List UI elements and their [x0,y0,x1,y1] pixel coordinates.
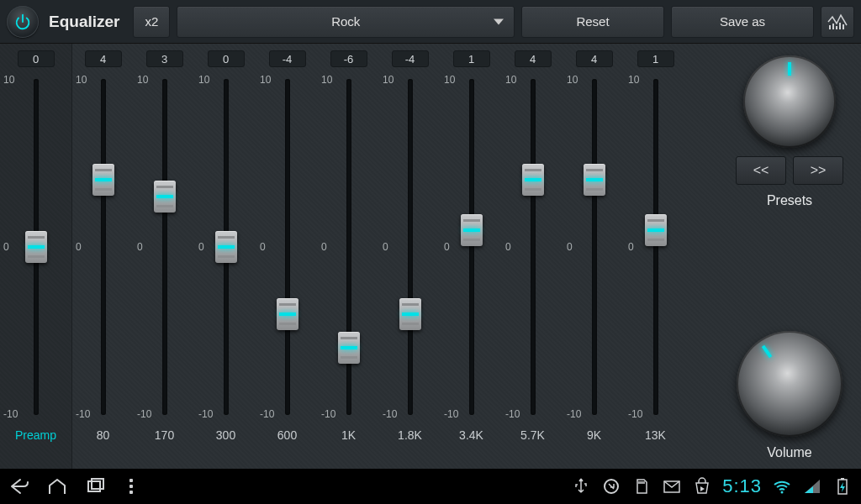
band-freq-label: 170 [155,428,174,442]
band-slider[interactable] [162,79,167,415]
band-freq-label: 3.4K [459,428,483,442]
band-thumb[interactable] [277,298,298,330]
right-panel: << >> Presets Volume [718,44,861,469]
band-thumb[interactable] [215,231,237,263]
band-column: 1100-103.4K [441,44,502,469]
band-thumb[interactable] [584,164,605,196]
scale-min: -10 [505,408,520,420]
band-value-badge: 1 [453,50,490,67]
band-column: 4100-109K [563,44,625,469]
band-freq-label: 9K [587,428,601,442]
band-column: 0100-10300 [195,44,256,469]
scale-max: 10 [628,74,639,86]
band-slider[interactable] [224,79,229,415]
menu-button[interactable] [129,479,133,494]
scale-mid: 0 [76,241,82,253]
scale-max: 10 [198,74,209,86]
band-slider[interactable] [653,79,658,415]
svg-point-11 [781,491,784,494]
scale-min: -10 [76,408,90,420]
band-slider[interactable] [469,79,474,415]
scale-mid: 0 [628,241,634,253]
preset-knob[interactable] [743,55,836,148]
band-freq-label: 80 [97,428,110,442]
home-button[interactable] [47,477,67,496]
scale-min: -10 [383,408,397,420]
band-freq-label: 13K [645,428,666,442]
scale-max: 10 [137,74,148,86]
band-slider[interactable] [531,79,536,415]
sd-card-icon [631,477,652,496]
graph-view-button[interactable] [821,6,854,38]
band-slider[interactable] [101,79,106,415]
wifi-icon [772,477,792,496]
band-slider[interactable] [346,79,351,415]
android-navbar: 5:13 [0,469,861,504]
band-freq-label: 600 [277,428,297,442]
scale-min: -10 [444,408,458,420]
play-store-icon [692,477,712,496]
back-button[interactable] [8,477,29,496]
volume-knob[interactable] [737,331,843,437]
presets-label: Presets [767,193,812,208]
svg-rect-6 [843,24,844,29]
scale-mid: 0 [137,241,143,253]
band-thumb[interactable] [522,164,544,196]
band-column: -6100-101K [318,44,379,469]
band-value-badge: 4 [576,50,613,67]
usb-icon [571,477,591,496]
band-freq-label: 1.8K [398,428,422,442]
preamp-value-badge: 0 [18,50,55,67]
band-slider-box: 100-10 [134,71,195,423]
preamp-thumb[interactable] [25,231,47,263]
scale-mid: 0 [567,241,573,253]
x2-button[interactable]: x2 [133,6,170,38]
band-slider[interactable] [592,79,597,415]
scale-min: -10 [321,408,335,420]
scale-mid: 0 [3,241,9,253]
scale-max: 10 [567,74,578,86]
band-thumb[interactable] [338,332,360,364]
svg-rect-4 [836,26,837,29]
band-thumb[interactable] [92,164,114,196]
band-column: 1100-1013K [625,44,686,469]
svg-rect-13 [841,478,844,480]
band-thumb[interactable] [399,298,421,330]
band-slider-box: 100-10 [625,71,686,423]
band-column: 4100-105.7K [502,44,563,469]
band-thumb[interactable] [154,181,176,213]
preset-next-button[interactable]: >> [793,156,843,185]
power-button[interactable] [7,6,39,38]
scale-mid: 0 [383,241,388,253]
preset-select[interactable]: Rock [177,6,515,38]
scale-mid: 0 [505,241,511,253]
band-slider-box: 100-10 [441,71,502,423]
band-slider[interactable] [408,79,413,415]
preamp-slider[interactable] [34,79,39,415]
band-thumb[interactable] [645,214,667,246]
band-value-badge: 1 [637,50,674,67]
page-title: Equalizer [49,13,119,31]
chevron-down-icon [494,18,504,24]
save-as-button[interactable]: Save as [671,6,814,38]
reset-button[interactable]: Reset [521,6,664,38]
band-slider[interactable] [285,79,290,415]
svg-rect-2 [829,25,831,29]
band-column: -4100-10600 [256,44,318,469]
scale-mid: 0 [198,241,204,253]
recent-apps-button[interactable] [86,477,106,496]
band-thumb[interactable] [461,214,483,246]
volume-label: Volume [767,445,811,460]
preamp-slider-box: 10 0 -10 [0,71,71,423]
scale-min: -10 [567,408,581,420]
band-value-badge: 3 [146,50,183,67]
sync-icon [601,477,621,496]
scale-mid: 0 [321,241,327,253]
graph-icon [827,13,848,30]
bands-container: 4100-10803100-101700100-10300-4100-10600… [72,44,718,469]
preset-nav: << >> [736,156,843,185]
band-column: -4100-101.8K [379,44,441,469]
svg-rect-7 [88,481,100,491]
preset-prev-button[interactable]: << [736,156,786,185]
svg-rect-5 [839,23,841,29]
